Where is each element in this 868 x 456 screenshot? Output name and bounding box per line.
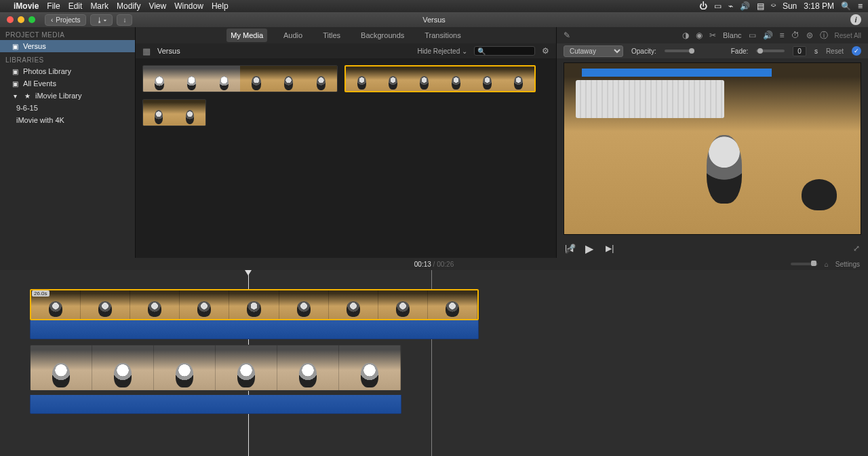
browser-tabbar: My Media Audio Titles Backgrounds Transi… <box>136 27 556 43</box>
preview-viewer[interactable] <box>564 62 861 235</box>
browser-settings-icon[interactable]: ⚙ <box>542 46 549 56</box>
sidebar-item-label: iMovie with 4K <box>16 116 64 124</box>
tab-audio[interactable]: Audio <box>279 28 307 42</box>
fade-value[interactable]: 0 <box>793 46 806 56</box>
media-well[interactable]: 26.0s <box>136 58 556 258</box>
timeline-settings-button[interactable]: Settings <box>835 261 860 268</box>
color-balance-icon[interactable]: ◑ <box>682 31 689 40</box>
menu-file[interactable]: File <box>47 1 60 11</box>
viewer-content <box>802 179 837 210</box>
display-icon[interactable]: ▭ <box>714 1 722 11</box>
wifi-icon[interactable]: ⌔ <box>771 1 776 11</box>
media-clip[interactable] <box>142 99 206 126</box>
color-correction-icon[interactable]: ◉ <box>696 31 703 40</box>
search-input[interactable]: 🔍 <box>474 46 535 56</box>
adjustments-bar: ✎ ◑ ◉ ✂ Blanc ▭ 🔊 ≡ ⏱ ⊜ ⓘ Reset All <box>557 27 868 43</box>
sidebar-item-all-events[interactable]: ▣ All Events <box>0 77 135 90</box>
fade-unit: s <box>814 48 818 55</box>
sidebar-item-imovie-library[interactable]: ▾ ★ iMovie Library <box>0 90 135 102</box>
stabilization-icon[interactable]: ▭ <box>749 31 756 40</box>
import-button[interactable]: ⭳▾ <box>90 14 113 26</box>
audio-track-row[interactable] <box>30 320 479 339</box>
zoom-knob[interactable] <box>811 261 816 266</box>
minimize-window-button[interactable] <box>18 16 24 23</box>
opacity-slider-knob[interactable] <box>689 48 694 54</box>
flag-icon[interactable]: ▤ <box>757 1 764 11</box>
layout-toggle-icon[interactable]: ▦ <box>142 46 151 56</box>
menu-view[interactable]: View <box>149 1 166 11</box>
tab-titles[interactable]: Titles <box>319 28 344 42</box>
browser-project-name: Versus <box>157 47 180 55</box>
snapping-icon[interactable]: ⌂ <box>825 261 829 268</box>
fade-slider-knob[interactable] <box>757 48 763 54</box>
sidebar-project-versus[interactable]: ▣ Versus <box>0 40 135 52</box>
power-icon[interactable]: ⏻ <box>699 1 707 11</box>
sidebar-item-event-4k[interactable]: iMovie with 4K <box>0 114 135 126</box>
overlay-mode-select[interactable]: Cutaway <box>564 45 623 57</box>
close-window-button[interactable] <box>7 16 14 23</box>
share-button[interactable]: ↓ <box>117 14 132 26</box>
current-time: 00:13 <box>414 261 431 268</box>
reset-all-button[interactable]: Reset All <box>835 32 861 39</box>
search-icon: 🔍 <box>477 48 486 55</box>
timeline-zoom-slider[interactable] <box>791 263 818 265</box>
clock-time[interactable]: 3:18 PM <box>804 1 834 11</box>
clip-filter-icon[interactable]: ⊜ <box>806 31 813 40</box>
timeline-clip-overlay[interactable]: 26.0s <box>30 289 479 339</box>
opacity-slider[interactable] <box>665 50 693 52</box>
sidebar-project-label: Versus <box>23 42 46 50</box>
viewer-panel: ✎ ◑ ◉ ✂ Blanc ▭ 🔊 ≡ ⏱ ⊜ ⓘ Reset All Cuta… <box>556 27 868 258</box>
menu-window[interactable]: Window <box>174 1 203 11</box>
video-track-row[interactable] <box>30 289 479 320</box>
audio-track-row[interactable] <box>30 395 401 414</box>
clip-duration-badge: 26.0s <box>32 290 50 297</box>
zoom-window-button[interactable] <box>28 16 35 23</box>
bluetooth-icon[interactable]: ⌁ <box>728 1 733 11</box>
media-clip[interactable] <box>142 65 338 92</box>
info-adjust-icon[interactable]: ⓘ <box>820 30 828 41</box>
tab-backgrounds[interactable]: Backgrounds <box>357 28 408 42</box>
menu-modify[interactable]: Modify <box>117 1 140 11</box>
next-frame-button[interactable]: ▶| <box>606 244 614 253</box>
spotlight-icon[interactable]: 🔍 <box>841 1 851 11</box>
timeline-clip-primary[interactable] <box>30 345 401 414</box>
sidebar-item-photos-library[interactable]: ▣ Photos Library <box>0 65 135 77</box>
sidebar-item-event-9-6-15[interactable]: 9-6-15 <box>0 102 135 114</box>
video-track-row[interactable] <box>30 345 401 391</box>
tab-transitions[interactable]: Transitions <box>420 28 465 42</box>
app-menu[interactable]: iMovie <box>14 1 39 11</box>
overlay-apply-check-icon[interactable]: ✓ <box>852 46 861 56</box>
crop-icon[interactable]: ✂ <box>709 31 716 40</box>
media-clip-selected[interactable]: 26.0s <box>344 65 536 92</box>
disclosure-triangle-icon[interactable]: ▾ <box>11 92 19 100</box>
volume-icon[interactable]: 🔊 <box>740 1 750 11</box>
clock-day[interactable]: Sun <box>783 1 797 11</box>
media-browser: My Media Audio Titles Backgrounds Transi… <box>136 27 556 258</box>
timeline[interactable]: ➤ 26.0s <box>0 270 868 456</box>
notifications-icon[interactable]: ≡ <box>858 1 863 11</box>
menu-mark[interactable]: Mark <box>90 1 108 11</box>
libraries-header: LIBRARIES <box>0 52 135 65</box>
clapperboard-icon: ▣ <box>11 43 19 50</box>
window-traffic-lights <box>7 16 35 23</box>
noise-reduction-icon[interactable]: ≡ <box>780 31 785 40</box>
voiceover-mic-icon[interactable]: 🎤 <box>565 244 576 254</box>
magic-wand-icon[interactable]: ✎ <box>564 31 570 40</box>
white-balance-label: Blanc <box>723 31 742 39</box>
back-to-projects-button[interactable]: ‹ Projects <box>45 14 86 26</box>
info-button[interactable]: i <box>850 14 861 25</box>
speed-icon[interactable]: ⏱ <box>791 31 800 40</box>
timeline-header: 00:13 / 00:26 ⌂ Settings <box>0 258 868 270</box>
library-sidebar: PROJECT MEDIA ▣ Versus LIBRARIES ▣ Photo… <box>0 27 136 258</box>
menu-edit[interactable]: Edit <box>68 1 83 11</box>
fade-slider[interactable] <box>756 50 785 52</box>
menu-help[interactable]: Help <box>212 1 229 11</box>
volume-adjust-icon[interactable]: 🔊 <box>763 31 773 40</box>
tab-my-media[interactable]: My Media <box>226 28 267 42</box>
fullscreen-icon[interactable]: ⤢ <box>853 244 860 253</box>
play-button[interactable]: ▶ <box>585 242 593 255</box>
sidebar-item-label: iMovie Library <box>35 92 81 100</box>
hide-rejected-dropdown[interactable]: Hide Rejected ⌄ <box>417 48 467 55</box>
overlay-reset-button[interactable]: Reset <box>826 48 844 55</box>
macos-menubar: iMovie File Edit Mark Modify View Window… <box>0 0 868 12</box>
